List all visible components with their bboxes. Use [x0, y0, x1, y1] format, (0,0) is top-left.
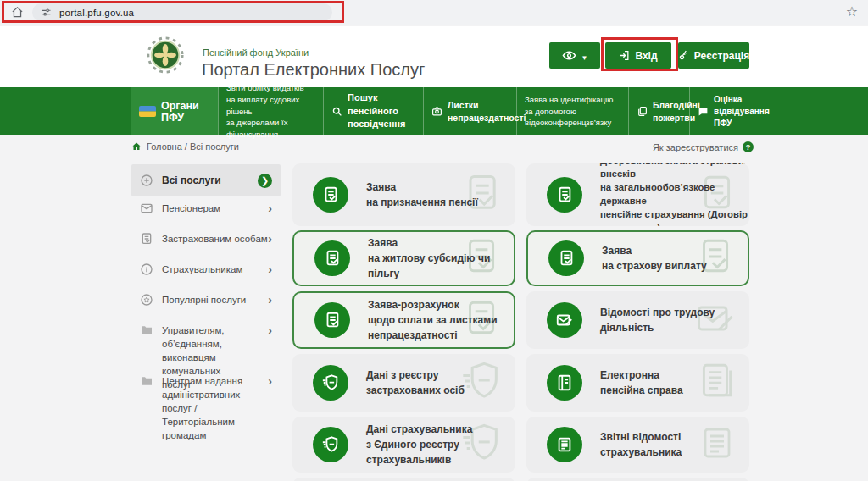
- card-elektronna-pensiina-sprava[interactable]: Електронна пенсійна справа: [526, 354, 749, 412]
- card-title: Відомості про трудову діяльність: [600, 305, 749, 335]
- card-strakhova-vyplata[interactable]: Заява на страхову виплату: [526, 230, 749, 286]
- sidebar-item-strakhuvalnykam[interactable]: Страхувальникам ›: [131, 263, 281, 276]
- sidebar-item-label: Страхувальникам: [162, 263, 268, 276]
- card-title: Електронна пенсійна справа: [600, 368, 683, 398]
- sidebar-item-populyarni[interactable]: Популярні послуги ›: [131, 293, 281, 307]
- eye-icon: [562, 48, 576, 63]
- nav-label: Листки непрацездатності: [448, 99, 526, 124]
- sidebar-item-label: Пенсіонерам: [162, 202, 268, 215]
- doc-check-icon: [548, 240, 584, 276]
- shield-watermark-icon: [459, 359, 504, 406]
- sidebar-item-label: Застрахованим особам: [162, 232, 268, 246]
- address-bar[interactable]: portal.pfu.gov.ua: [32, 3, 332, 21]
- sidebar-item-vsi-poslugy[interactable]: Всі послуги ❯: [131, 164, 281, 196]
- chevron-right-icon: ›: [268, 202, 272, 214]
- sidebar-item-tsentram-nadannya[interactable]: Центрам надання адміністративних послуг …: [131, 374, 281, 442]
- how-to-register-link[interactable]: Як зареєструватися ?: [653, 141, 754, 152]
- sidebar-item-label: Центрам надання адміністративних послуг …: [162, 374, 268, 442]
- card-partial[interactable]: [526, 478, 749, 481]
- nav-label: Пошук пенсійного посвідчення: [348, 91, 415, 130]
- pages-icon: [637, 106, 648, 117]
- login-button[interactable]: Вхід: [605, 42, 671, 69]
- card-partial[interactable]: [292, 478, 515, 481]
- sidebar: Всі послуги ❯ Пенсіонерам › Застраховани…: [131, 164, 281, 427]
- main-nav: Органи ПФУ Звіти обліку видатків на випл…: [0, 87, 868, 135]
- chevron-circle-icon: ❯: [258, 174, 272, 188]
- org-name: Пенсійний фонд України: [203, 47, 309, 58]
- card-dani-reyestru-osib[interactable]: Дані з реєстру застрахованих осіб: [292, 354, 515, 412]
- key-icon: [676, 48, 691, 63]
- card-title: Заява на житлову субсидію чи пільгу: [368, 235, 514, 281]
- camera-icon: [431, 106, 442, 117]
- chevron-right-icon: ›: [268, 375, 272, 387]
- sidebar-item-zastrakhovanym[interactable]: Застрахованим особам ›: [131, 232, 281, 246]
- book-icon: [547, 365, 582, 401]
- card-vidomosti-trudova[interactable]: Відомості про трудову діяльність: [526, 291, 749, 349]
- pfu-logo-icon: [146, 36, 185, 75]
- card-title: Дані страхувальника з Єдиного реєстру ст…: [366, 422, 472, 467]
- chevron-down-icon: ▼: [581, 54, 588, 62]
- home-icon[interactable]: [11, 6, 24, 22]
- card-dobrovilna-splata[interactable]: Добровільна сплата страхових внесків на …: [526, 163, 749, 226]
- folder-icon: [140, 374, 153, 388]
- list-doc-icon: [547, 427, 582, 462]
- nav-item-otsinka-vidviduvannya[interactable]: Оцінка відвідування ПФУ: [689, 87, 750, 135]
- card-zvitni-vidomosti[interactable]: Звітні відомості страхувальника: [526, 417, 749, 473]
- envelope-pencil-icon: [547, 302, 582, 338]
- accessibility-button[interactable]: ▼: [549, 42, 600, 69]
- nav-item-zvity-obliku[interactable]: Звіти обліку видатків на виплату судових…: [218, 87, 323, 135]
- nav-item-lystky-nepratsezdatnosti[interactable]: Листки непрацездатності: [423, 87, 516, 135]
- card-title: Заява на страхову виплату: [602, 243, 707, 274]
- browser-bar: portal.pfu.gov.ua ☆: [0, 0, 868, 25]
- breadcrumb-path: Головна / Всі послуги: [147, 141, 239, 152]
- card-dani-strakhuvalnyka[interactable]: Дані страхувальника з Єдиного реєстру ст…: [292, 417, 515, 473]
- sidebar-item-label: Популярні послуги: [162, 293, 268, 307]
- card-title: Звітні відомості страхувальника: [600, 429, 682, 460]
- chevron-right-icon: ›: [268, 324, 272, 336]
- nav-label: Оцінка відвідування ПФУ: [714, 94, 770, 130]
- sidebar-item-label: Всі послуги: [162, 174, 258, 186]
- sidebar-item-pensioneram[interactable]: Пенсіонерам ›: [131, 202, 281, 215]
- url-text: portal.pfu.gov.ua: [59, 8, 134, 18]
- services-icon: [140, 174, 153, 187]
- doc-check-icon: [314, 240, 350, 276]
- star-circle-icon: [140, 293, 153, 307]
- site-title: Портал Електронних Послуг: [202, 60, 425, 80]
- nav-item-organy-pfu[interactable]: Органи ПФУ: [131, 87, 218, 135]
- doc-check-icon: [314, 302, 350, 338]
- nav-label: Звіти обліку видатків на виплату судових…: [226, 82, 315, 141]
- site-header: Пенсійний фонд України Портал Електронни…: [0, 26, 868, 87]
- bookmark-star-icon[interactable]: ☆: [846, 3, 858, 19]
- breadcrumb[interactable]: Головна / Всі послуги: [131, 141, 239, 152]
- nav-item-blahodiini-pozhertvy[interactable]: Благодійні пожертви: [628, 87, 689, 135]
- book-watermark-icon: [695, 360, 737, 406]
- card-zhytlova-subsydiya[interactable]: Заява на житлову субсидію чи пільгу: [292, 230, 515, 286]
- card-zayava-pryznachennya-pensii[interactable]: Заява на призначення пенсії: [292, 163, 515, 226]
- card-zayava-rozrakhunok[interactable]: Заява-розрахунок щодо сплати за листками…: [292, 291, 515, 349]
- register-button[interactable]: Реєстрація: [678, 42, 749, 69]
- question-icon: ?: [743, 141, 754, 152]
- list-doc-watermark-icon: [697, 423, 737, 467]
- services-grid: Заява на призначення пенсії Добровільна …: [292, 163, 750, 481]
- nav-label: Органи ПФУ: [161, 100, 210, 124]
- chevron-right-icon: ›: [268, 294, 272, 306]
- chat-icon: [698, 106, 709, 117]
- envelope-icon: [140, 202, 153, 215]
- search-icon: [331, 106, 342, 117]
- nav-item-zayava-identyfikatsiya[interactable]: Заява на ідентифікацію за допомогою віде…: [516, 87, 628, 135]
- doc-check-icon: [547, 177, 582, 213]
- nav-label: Заява на ідентифікацію за допомогою віде…: [525, 94, 613, 129]
- card-title: Заява-розрахунок щодо сплати за листками…: [368, 297, 498, 343]
- register-label: Реєстрація: [694, 50, 749, 62]
- card-title: Дані з реєстру застрахованих осіб: [366, 368, 465, 398]
- tune-icon[interactable]: [41, 7, 52, 18]
- doc-check-icon: [140, 232, 153, 246]
- shield-icon: [313, 365, 348, 401]
- info-icon: [140, 263, 153, 276]
- nav-item-poshuk-posvidchennya[interactable]: Пошук пенсійного посвідчення: [323, 87, 423, 135]
- shield-icon: [313, 427, 348, 462]
- chevron-right-icon: ›: [268, 263, 272, 275]
- login-icon: [619, 50, 630, 61]
- folder-icon: [140, 323, 153, 337]
- ukraine-flag-icon: [139, 106, 156, 117]
